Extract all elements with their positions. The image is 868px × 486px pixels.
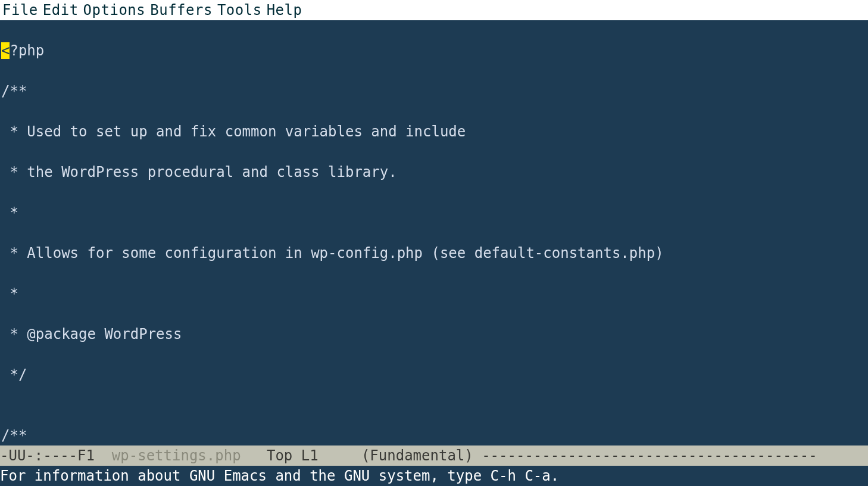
code-line: * @package WordPress [0, 324, 868, 344]
code-line: * [0, 284, 868, 304]
code-text: ?php [10, 42, 44, 59]
code-line: /** [0, 81, 868, 101]
editor-buffer[interactable]: <?php /** * Used to set up and fix commo… [0, 20, 868, 446]
menu-help[interactable]: Help [267, 1, 307, 19]
mode-line-dashes: --------------------------------------- [482, 447, 817, 464]
menu-bar: File Edit Options Buffers Tools Help [0, 0, 868, 20]
code-line: * the WordPress procedural and class lib… [0, 162, 868, 182]
mode-line-left: -UU-:----F1 [0, 447, 112, 464]
menu-edit[interactable]: Edit [43, 1, 83, 19]
menu-tools[interactable]: Tools [217, 1, 267, 19]
mode-line-mid: Top L1 (Fundamental) [241, 447, 482, 464]
mode-line-buffer-name: wp-settings.php [112, 447, 241, 464]
code-line: * Used to set up and fix common variable… [0, 122, 868, 142]
code-line: * Allows for some configuration in wp-co… [0, 243, 868, 263]
menu-file[interactable]: File [2, 1, 43, 19]
echo-text: For information about GNU Emacs and the … [0, 468, 559, 484]
code-line: * [0, 202, 868, 223]
cursor: < [1, 42, 10, 59]
code-line: /** [0, 425, 868, 446]
menu-buffers[interactable]: Buffers [150, 1, 217, 19]
code-line: */ [0, 364, 868, 385]
code-line: <?php [0, 40, 868, 61]
echo-area: For information about GNU Emacs and the … [0, 466, 868, 486]
menu-options[interactable]: Options [83, 1, 151, 19]
mode-line: -UU-:----F1 wp-settings.php Top L1 (Fund… [0, 446, 868, 466]
